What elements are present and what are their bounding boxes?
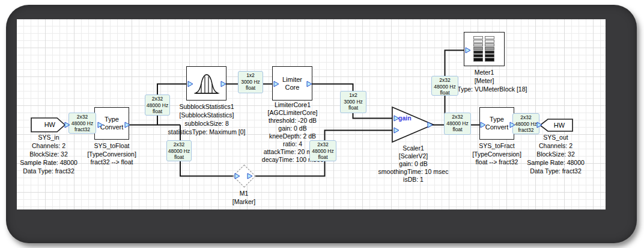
wire-label-marker-scaler: 2x32 48000 Hz float	[309, 140, 336, 161]
sys-out-caption: SYS_out Channels: 2 BlockSize: 32 Sample…	[512, 133, 600, 175]
wire-label-limiter-scaler: 1x2 3000 Hz float	[340, 91, 366, 113]
marker-caption: M1 [Marker]	[220, 190, 268, 206]
subblock-statistics-caption: SubblockStatistics1 [SubblockStatistics]…	[159, 102, 255, 136]
wire-label-tc-marker: 2x32 48000 Hz float	[166, 140, 192, 161]
scaler-caption: Scaler1 [ScalerV2] gain: 0 dB smoothingT…	[365, 144, 461, 184]
wire-label-tc-sysout: 2x32 48000 Hz fract32	[512, 113, 539, 134]
scaler-gain-pin-label: gain	[398, 114, 412, 122]
meter-block[interactable]	[464, 32, 505, 66]
sys-in-hw-label: HW	[31, 120, 55, 129]
wire-label-sysin-tc: 2x32 48000 Hz fract32	[68, 113, 96, 134]
wire-label-tc-subblock: 2x32 48000 Hz float	[145, 95, 170, 116]
sys-out-hw-label: HW	[547, 121, 572, 130]
type-convert-in-caption: SYS_toFloat [TypeConversion] fract32 -->…	[70, 142, 154, 167]
diagram-page: Type Convert Limiter Core Type Convert H…	[0, 0, 644, 248]
histogram-bell-icon	[193, 72, 220, 96]
type-convert-out-block[interactable]: Type Convert	[479, 107, 514, 140]
wire-label-scaler-tc: 2x32 48000 Hz float	[444, 113, 471, 135]
vu-meter-icon	[473, 36, 495, 62]
wire-label-subblock-limiter: 1x2 3000 Hz float	[238, 71, 263, 93]
wire-label-scaler-meter: 2x32 48000 Hz float	[431, 76, 458, 96]
